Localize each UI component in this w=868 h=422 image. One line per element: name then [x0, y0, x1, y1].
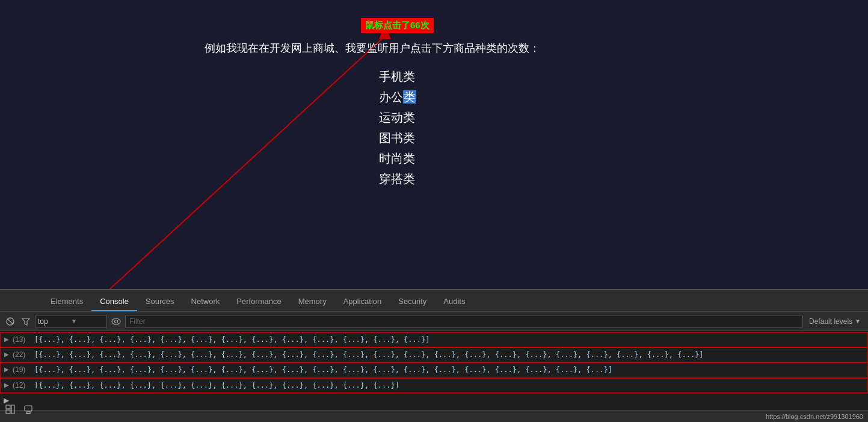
- device-toolbar-icon[interactable]: [22, 403, 35, 416]
- console-input-row[interactable]: ▶: [0, 393, 868, 408]
- svg-rect-2: [6, 405, 10, 409]
- category-list: 手机类 办公类 运动类 图书类 时尚类 穿搭类: [379, 66, 416, 189]
- tab-performance[interactable]: Performance: [228, 293, 289, 311]
- svg-marker-10: [22, 318, 29, 325]
- log-level-chevron: ▼: [855, 318, 861, 324]
- intro-text: 例如我现在在开发网上商城、我要监听用户点击下方商品种类的次数：: [205, 41, 540, 55]
- filter-input[interactable]: [125, 315, 803, 328]
- category-item-fashion[interactable]: 时尚类: [379, 148, 416, 169]
- row-content-3: [{...}, {...}, {...}, {...}, {...}, {...…: [34, 364, 864, 376]
- inspect-element-icon[interactable]: [4, 403, 17, 416]
- tab-console[interactable]: Console: [91, 293, 137, 311]
- main-page: 鼠标点击了66次 例如我现在在开发网上商城、我要监听用户点击下方商品种类的次数：…: [0, 0, 868, 289]
- category-item-office[interactable]: 办公类: [379, 87, 416, 107]
- row-expand-arrow-2[interactable]: ▶: [4, 351, 10, 358]
- click-counter-badge: 鼠标点击了66次: [361, 18, 434, 33]
- tab-security[interactable]: Security: [390, 293, 435, 311]
- context-selector[interactable]: top ▼: [35, 315, 107, 328]
- row-count-3: (19): [13, 365, 31, 374]
- tab-network[interactable]: Network: [183, 293, 229, 311]
- svg-line-9: [8, 319, 13, 324]
- context-selector-chevron: ▼: [71, 318, 104, 324]
- row-count-4: (12): [13, 381, 31, 389]
- log-level-label: Default levels: [809, 317, 852, 326]
- row-expand-arrow-1[interactable]: ▶: [4, 336, 10, 343]
- eye-icon[interactable]: [109, 315, 123, 328]
- category-item-sports[interactable]: 运动类: [379, 107, 416, 128]
- row-expand-arrow-4[interactable]: ▶: [4, 382, 10, 388]
- status-url: https://blog.csdn.net/z991301960: [766, 413, 863, 420]
- console-toolbar: top ▼ Default levels ▼: [0, 312, 868, 331]
- row-content-4: [{...}, {...}, {...}, {...}, {...}, {...…: [34, 380, 864, 391]
- filter-icon[interactable]: [19, 315, 32, 328]
- tab-audits[interactable]: Audits: [435, 293, 473, 311]
- console-row-2: ▶ (22) [{...}, {...}, {...}, {...}, {...…: [0, 347, 868, 362]
- row-content-2: [{...}, {...}, {...}, {...}, {...}, {...…: [34, 349, 864, 361]
- row-count-1: (13): [13, 335, 31, 344]
- console-row-1: ▶ (13) [{...}, {...}, {...}, {...}, {...…: [0, 332, 868, 347]
- devtools-panel: Elements Console Sources Network Perform…: [0, 289, 868, 422]
- row-expand-arrow-3[interactable]: ▶: [4, 366, 10, 373]
- tab-elements[interactable]: Elements: [42, 293, 91, 311]
- console-row-3: ▶ (19) [{...}, {...}, {...}, {...}, {...…: [0, 362, 868, 377]
- svg-line-0: [51, 36, 385, 289]
- tab-memory[interactable]: Memory: [290, 293, 335, 311]
- log-level-selector[interactable]: Default levels ▼: [805, 317, 864, 326]
- category-item-outfits[interactable]: 穿搭类: [379, 169, 416, 189]
- clear-console-icon[interactable]: [4, 315, 17, 328]
- row-content-1: [{...}, {...}, {...}, {...}, {...}, {...…: [34, 334, 864, 346]
- svg-rect-3: [6, 410, 10, 414]
- status-bar: https://blog.csdn.net/z991301960: [0, 410, 868, 422]
- console-row-4: ▶ (12) [{...}, {...}, {...}, {...}, {...…: [0, 378, 868, 393]
- row-count-2: (22): [13, 350, 31, 359]
- tab-application[interactable]: Application: [335, 293, 390, 311]
- console-output[interactable]: ▶ (13) [{...}, {...}, {...}, {...}, {...…: [0, 331, 868, 410]
- svg-rect-5: [25, 406, 32, 411]
- svg-point-11: [112, 318, 120, 324]
- category-item-books[interactable]: 图书类: [379, 128, 416, 148]
- svg-point-12: [115, 320, 118, 323]
- svg-rect-4: [11, 405, 14, 414]
- click-counter-text: 鼠标点击了66次: [365, 20, 429, 30]
- category-item-phones[interactable]: 手机类: [379, 66, 416, 87]
- context-selector-value: top: [38, 317, 71, 326]
- tab-sources[interactable]: Sources: [137, 293, 183, 311]
- devtools-tabs-bar: Elements Console Sources Network Perform…: [0, 290, 868, 312]
